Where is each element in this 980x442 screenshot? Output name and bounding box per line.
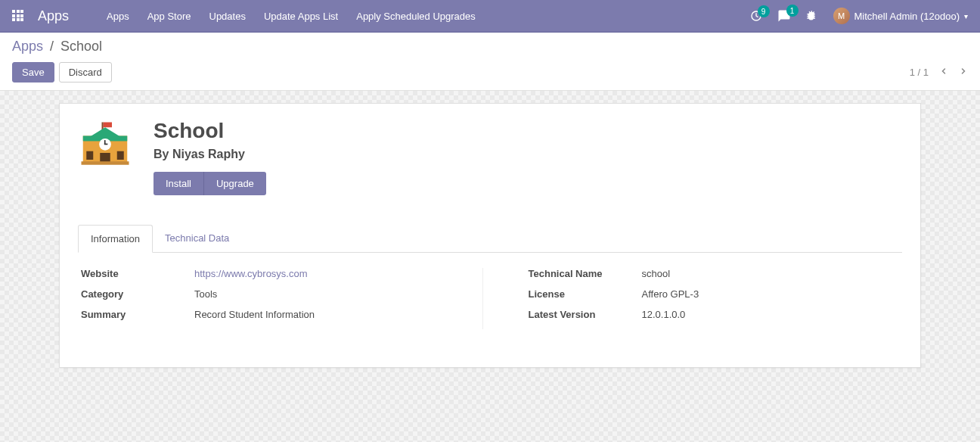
technical-name-label: Technical Name [529, 268, 642, 279]
tab-information[interactable]: Information [78, 225, 153, 253]
summary-label: Summary [81, 309, 194, 320]
summary-value: Record Student Information [194, 309, 315, 320]
website-value[interactable]: https://www.cybrosys.com [194, 268, 308, 279]
record-title: School [154, 119, 266, 143]
top-navbar: Apps Apps App Store Updates Update Apps … [0, 0, 980, 33]
pager: 1 / 1 [910, 67, 968, 78]
svg-rect-9 [104, 144, 108, 145]
technical-name-value: school [642, 268, 671, 279]
license-label: License [529, 288, 642, 300]
user-name: Mitchell Admin (12odoo) [854, 11, 960, 22]
category-label: Category [81, 288, 194, 300]
breadcrumb-root[interactable]: Apps [12, 39, 43, 54]
activity-icon[interactable]: 9 [750, 10, 762, 22]
form-sheet: School By Niyas Raphy Install Upgrade In… [59, 103, 921, 368]
tab-technical-data[interactable]: Technical Data [153, 225, 241, 253]
main-menu: Apps App Store Updates Update Apps List … [107, 11, 476, 22]
pager-count: 1 / 1 [910, 67, 929, 78]
svg-rect-2 [104, 123, 112, 128]
pager-prev[interactable] [939, 67, 948, 78]
record-author: By Niyas Raphy [154, 148, 266, 161]
page-body: School By Niyas Raphy Install Upgrade In… [0, 91, 980, 442]
info-grid: Website https://www.cybrosys.com Categor… [78, 268, 902, 329]
avatar: M [833, 8, 850, 24]
control-bar: Apps / School Save Discard 1 / 1 [0, 33, 980, 91]
messages-icon[interactable]: 1 [777, 9, 791, 23]
website-label: Website [81, 268, 194, 279]
author-prefix: By [154, 148, 172, 160]
svg-rect-10 [86, 151, 93, 160]
install-button[interactable]: Install [154, 172, 203, 195]
latest-version-label: Latest Version [529, 309, 642, 320]
svg-rect-13 [82, 161, 129, 165]
category-value: Tools [194, 288, 217, 300]
menu-apps[interactable]: Apps [107, 11, 129, 22]
latest-version-value: 12.0.1.0.0 [642, 309, 686, 320]
breadcrumb-sep: / [50, 39, 54, 54]
action-button-group: Install Upgrade [154, 172, 266, 195]
menu-app-store[interactable]: App Store [147, 11, 191, 22]
brand-title[interactable]: Apps [38, 8, 69, 24]
pager-next[interactable] [959, 67, 968, 78]
app-icon [78, 119, 132, 173]
menu-updates[interactable]: Updates [209, 11, 246, 22]
apps-grid-icon[interactable] [12, 10, 24, 22]
menu-apply-scheduled-upgrades[interactable]: Apply Scheduled Upgrades [356, 11, 476, 22]
tabs: Information Technical Data [78, 224, 902, 253]
discard-button[interactable]: Discard [59, 62, 112, 82]
messages-badge: 1 [786, 5, 799, 17]
upgrade-button[interactable]: Upgrade [203, 172, 266, 195]
breadcrumb-current: School [60, 39, 102, 54]
author-name: Niyas Raphy [172, 148, 245, 160]
save-button[interactable]: Save [12, 62, 54, 82]
caret-down-icon: ▾ [964, 12, 968, 20]
breadcrumb: Apps / School [12, 39, 968, 54]
menu-update-apps-list[interactable]: Update Apps List [264, 11, 338, 22]
license-value: Affero GPL-3 [642, 288, 699, 300]
svg-rect-11 [117, 151, 124, 160]
activity-badge: 9 [758, 5, 770, 17]
debug-icon[interactable] [806, 10, 818, 22]
user-menu[interactable]: M Mitchell Admin (12odoo) ▾ [833, 8, 968, 24]
